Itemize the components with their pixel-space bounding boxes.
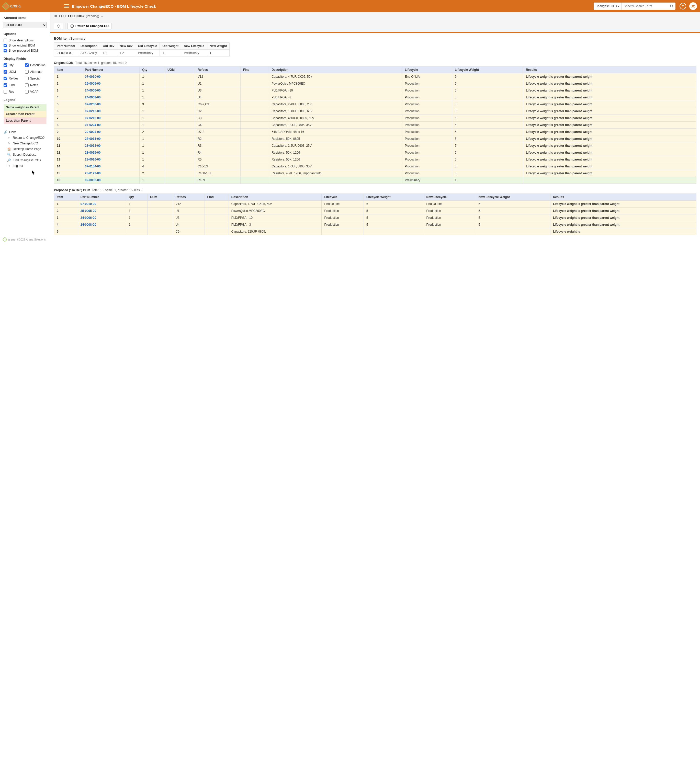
table-row: 225-0005-001U1PowerQuicc MPC860ECProduct… xyxy=(54,208,697,215)
part-link[interactable]: 07-0010-00 xyxy=(80,202,96,206)
search-button[interactable] xyxy=(668,3,675,10)
part-link[interactable]: 24-0008-00 xyxy=(85,96,100,99)
checkbox[interactable] xyxy=(3,38,7,42)
checkbox[interactable] xyxy=(25,83,28,87)
col-header: Find xyxy=(240,67,269,73)
part-link[interactable]: 07-0206-00 xyxy=(85,102,100,106)
link-new-change-eco[interactable]: ✎New Change/ECO xyxy=(7,141,47,146)
col-header: New Rev xyxy=(117,43,135,50)
link-log-out[interactable]: ↪Log out xyxy=(7,163,47,169)
part-link[interactable]: 99-0030-00 xyxy=(85,178,100,182)
field-alternate[interactable]: Alternate xyxy=(25,69,47,74)
table-row: 1407-0154-004C10-13Capacitors, 1.0UF, 08… xyxy=(54,163,697,170)
table-row: 324-0006-001U3PLD/FPGA, -10Production5Pr… xyxy=(54,215,697,222)
col-header: Results xyxy=(550,194,696,201)
eco-id[interactable]: ECO-00067 xyxy=(68,14,84,18)
options-list: Show descriptionsShow original BOMShow p… xyxy=(3,38,47,53)
checkbox[interactable] xyxy=(25,70,28,73)
col-header: New Weight xyxy=(207,43,230,50)
link-icon: 🔗 xyxy=(3,130,7,134)
part-link[interactable]: 07-0216-00 xyxy=(85,116,100,120)
part-link[interactable]: 25-0005-00 xyxy=(85,82,100,85)
checkbox[interactable] xyxy=(25,77,28,80)
part-link[interactable]: 07-0010-00 xyxy=(85,75,100,78)
link-desktop-home-page[interactable]: 🏠Desktop Home Page xyxy=(7,146,47,152)
option-show-original-bom[interactable]: Show original BOM xyxy=(3,43,47,48)
col-header: Lifecycle xyxy=(402,67,452,73)
breadcrumb: ECO: ECO-00067 (Pending) ⌄ xyxy=(50,12,700,20)
affected-item-select[interactable]: 01-0038-00 xyxy=(3,22,47,28)
checkbox[interactable] xyxy=(3,63,7,67)
checkbox[interactable] xyxy=(25,90,28,93)
brand-logo[interactable]: arena xyxy=(3,3,21,9)
checkbox[interactable] xyxy=(3,44,7,47)
part-link[interactable]: 07-0224-00 xyxy=(85,123,100,127)
svg-point-0 xyxy=(670,5,672,7)
part-link[interactable]: 28-0011-00 xyxy=(85,137,100,141)
link-return-to-change-eco[interactable]: ↩Return to Change/ECO xyxy=(7,135,47,141)
col-header: Part Number xyxy=(54,43,78,50)
col-header: Find xyxy=(205,194,228,201)
part-link[interactable]: 24-0006-00 xyxy=(80,216,96,220)
part-link[interactable]: 28-0013-00 xyxy=(85,144,100,147)
col-header: Qty xyxy=(140,67,165,73)
field-refdes[interactable]: Refdes xyxy=(3,76,25,81)
col-header: Results xyxy=(523,67,696,73)
field-vcap[interactable]: VCAP xyxy=(25,89,47,94)
legend-greater: Greater than Parent xyxy=(4,111,46,117)
options-heading: Options xyxy=(3,32,47,36)
checkbox[interactable] xyxy=(25,63,28,67)
field-rev[interactable]: Rev xyxy=(3,89,25,94)
search-input[interactable] xyxy=(622,3,668,10)
link-search-database[interactable]: 🔍Search Database xyxy=(7,152,47,157)
field-qty[interactable]: Qty xyxy=(3,63,25,68)
field-description[interactable]: Description xyxy=(25,63,47,68)
affected-heading: Affected Items xyxy=(3,16,47,20)
checkbox[interactable] xyxy=(3,83,7,87)
search-category-dropdown[interactable]: Changes/ECOs ▾ xyxy=(593,3,622,10)
field-special[interactable]: Special xyxy=(25,76,47,81)
col-header: New Lifecycle xyxy=(181,43,207,50)
hamburger-icon[interactable] xyxy=(64,4,69,8)
chevron-down-icon[interactable]: ⌄ xyxy=(101,14,103,18)
field-uom[interactable]: UOM xyxy=(3,69,25,74)
checkbox[interactable] xyxy=(3,70,7,73)
checkbox[interactable] xyxy=(3,77,7,80)
link-icon: ↪ xyxy=(7,164,11,168)
field-find[interactable]: Find xyxy=(3,83,25,88)
part-link[interactable]: 07-0212-00 xyxy=(85,109,100,113)
part-link[interactable]: 25-0005-00 xyxy=(80,209,96,213)
col-header: New Lifecycle Weight xyxy=(476,194,550,201)
part-link[interactable]: 24-0006-00 xyxy=(85,89,100,92)
part-link[interactable]: 28-0015-00 xyxy=(85,151,100,154)
refresh-icon xyxy=(57,24,60,28)
checkbox[interactable] xyxy=(3,49,7,52)
link-find-changes-ecos[interactable]: 🔎Find Changes/ECOs xyxy=(7,157,47,163)
col-header: Old Weight xyxy=(160,43,181,50)
col-header: New Lifecycle xyxy=(423,194,476,201)
checkbox[interactable] xyxy=(3,90,7,93)
table-row: 1528-0123-002R100-101Resistors, 4.7K, 12… xyxy=(54,170,697,177)
return-button[interactable]: Return to Change/ECO xyxy=(67,23,112,29)
refresh-button[interactable] xyxy=(54,23,63,29)
table-row: 1699-0030-001R109Preliminary1 xyxy=(54,177,697,184)
col-header: Lifecycle Weight xyxy=(452,67,523,73)
help-button[interactable]: ? xyxy=(680,3,686,10)
brand-icon xyxy=(2,2,10,10)
col-header: Part Number xyxy=(82,67,140,73)
field-notes[interactable]: Notes xyxy=(25,83,47,88)
original-bom-table: ItemPart NumberQtyUOMRefdesFindDescripti… xyxy=(54,66,697,184)
option-show-proposed-bom[interactable]: Show proposed BOM xyxy=(3,48,47,53)
part-link[interactable]: 07-0154-00 xyxy=(85,165,100,168)
user-avatar[interactable]: JC xyxy=(689,2,697,10)
change-icon xyxy=(54,15,58,18)
part-link[interactable]: 24-0008-00 xyxy=(80,223,96,227)
table-row: 225-0005-001U1PowerQuicc MPC860ECProduct… xyxy=(54,80,697,87)
part-link[interactable]: 28-0016-00 xyxy=(85,158,100,161)
part-link[interactable]: 20-0003-00 xyxy=(85,130,100,134)
col-header: UOM xyxy=(148,194,173,201)
table-row: 707-0216-001C3Capacitors, 4600UF, 0805, … xyxy=(54,115,697,122)
table-row: 5C6-Capacitors, 220UF, 0805,Lifecycle we… xyxy=(54,228,697,235)
option-show-descriptions[interactable]: Show descriptions xyxy=(3,38,47,43)
part-link[interactable]: 28-0123-00 xyxy=(85,172,100,175)
